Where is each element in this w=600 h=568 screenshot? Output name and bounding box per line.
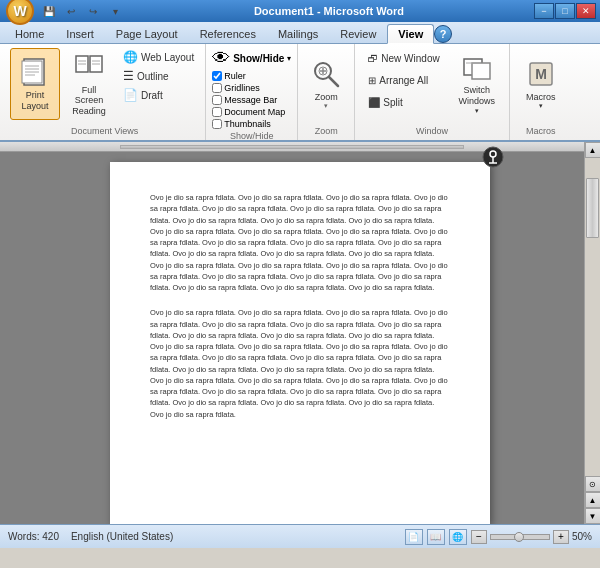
tab-insert[interactable]: Insert [55, 24, 105, 43]
next-page-btn[interactable]: ▼ [585, 508, 601, 524]
zoom-icon [310, 58, 342, 92]
tab-home[interactable]: Home [4, 24, 55, 43]
web-layout-icon: 🌐 [123, 50, 138, 64]
draft-label: Draft [141, 90, 163, 101]
window-title: Document1 - Microsoft Word [124, 5, 534, 17]
thumbnails-check[interactable]: Thumbnails [212, 119, 285, 129]
save-quick-btn[interactable]: 💾 [40, 3, 58, 19]
window-content: 🗗 New Window ⊞ Arrange All ⬛ Split [361, 48, 502, 124]
full-screen-icon [73, 51, 105, 83]
zoom-slider-thumb[interactable] [514, 532, 524, 542]
split-btn[interactable]: ⬛ Split [361, 92, 446, 112]
document-page: Ovo je dio sa rapra fdlata. Ovo jo dio s… [110, 162, 490, 524]
document-views-group: PrintLayout Full ScreenReading [4, 44, 206, 140]
title-bar-left: W 💾 ↩ ↪ ▾ [4, 0, 124, 25]
scroll-thumb[interactable] [586, 178, 599, 238]
split-label: Split [383, 97, 402, 108]
switch-windows-dropdown: ▾ [475, 107, 479, 115]
arrange-all-icon: ⊞ [368, 75, 376, 86]
select-browse-btn[interactable]: ⊙ [585, 476, 601, 492]
document-views-label: Document Views [71, 124, 138, 136]
show-hide-icon: 👁 [212, 48, 230, 69]
redo-quick-btn[interactable]: ↪ [84, 3, 102, 19]
language-status: English (United States) [71, 531, 173, 542]
scroll-up-btn[interactable]: ▲ [585, 142, 601, 158]
word-count: Words: 420 [8, 531, 59, 542]
print-layout-view-btn[interactable]: 📄 [405, 529, 423, 545]
undo-quick-btn[interactable]: ↩ [62, 3, 80, 19]
paragraph-1: Ovo je dio sa rapra fdlata. Ovo jo dio s… [150, 192, 450, 293]
outline-btn[interactable]: ☰ Outline [118, 67, 199, 85]
svg-rect-18 [472, 63, 490, 79]
help-button[interactable]: ? [434, 25, 452, 43]
full-screen-reading-btn[interactable]: Full ScreenReading [64, 48, 114, 120]
zoom-btn[interactable]: Zoom ▾ [304, 48, 348, 120]
tab-mailings[interactable]: Mailings [267, 24, 329, 43]
macros-content: M Macros ▾ [516, 48, 566, 124]
print-layout-btn[interactable]: PrintLayout [10, 48, 60, 120]
status-bar: Words: 420 English (United States) 📄 📖 🌐… [0, 524, 600, 548]
web-layout-label: Web Layout [141, 52, 194, 63]
outline-icon: ☰ [123, 69, 134, 83]
close-btn[interactable]: ✕ [576, 3, 596, 19]
macros-icon: M [525, 58, 557, 90]
arrange-all-btn[interactable]: ⊞ Arrange All [361, 70, 446, 90]
window-group: 🗗 New Window ⊞ Arrange All ⬛ Split [355, 44, 509, 140]
tab-view[interactable]: View [387, 24, 434, 44]
message-bar-check[interactable]: Message Bar [212, 95, 285, 105]
paragraph-2: Ovo jo dio sa rapra fdlata. Ovo jo dio s… [150, 307, 450, 420]
macros-group-label: Macros [526, 124, 556, 136]
tab-review[interactable]: Review [329, 24, 387, 43]
web-layout-btn[interactable]: 🌐 Web Layout [118, 48, 199, 66]
new-window-icon: 🗗 [368, 53, 378, 64]
show-hide-label: Show/Hide [230, 129, 274, 141]
window-controls: − □ ✕ [534, 3, 596, 19]
zoom-content: Zoom ▾ [304, 48, 348, 124]
minimize-btn[interactable]: − [534, 3, 554, 19]
document-anchor [482, 146, 504, 170]
office-logo: W [13, 3, 26, 19]
scroll-bottom-controls: ⊙ ▲ ▼ [585, 476, 601, 524]
vertical-scrollbar[interactable]: ▲ ⊙ ▲ ▼ [584, 142, 600, 524]
print-layout-label: PrintLayout [21, 90, 48, 112]
tab-page-layout[interactable]: Page Layout [105, 24, 189, 43]
scroll-track[interactable] [585, 158, 600, 476]
ribbon-tabs: Home Insert Page Layout References Maili… [0, 22, 600, 44]
zoom-minus-btn[interactable]: − [471, 530, 487, 544]
tab-references[interactable]: References [189, 24, 267, 43]
qa-dropdown-btn[interactable]: ▾ [106, 3, 124, 19]
zoom-plus-btn[interactable]: + [553, 530, 569, 544]
ruler-check[interactable]: Ruler [212, 71, 285, 81]
web-view-btn[interactable]: 🌐 [449, 529, 467, 545]
paragraph-2-text: Ovo jo dio sa rapra fdlata. Ovo jo dio s… [150, 308, 448, 418]
arrange-all-label: Arrange All [379, 75, 428, 86]
window-group-label: Window [416, 124, 448, 136]
zoom-control: − + 50% [471, 530, 592, 544]
document-area: Ovo je dio sa rapra fdlata. Ovo jo dio s… [0, 142, 600, 524]
full-screen-view-btn[interactable]: 📖 [427, 529, 445, 545]
switch-windows-btn[interactable]: SwitchWindows ▾ [451, 48, 503, 120]
show-hide-title: Show/Hide [233, 53, 284, 64]
draft-icon: 📄 [123, 88, 138, 102]
zoom-group: Zoom ▾ Zoom [298, 44, 355, 140]
show-hide-big-btn[interactable]: 👁 Show/Hide ▾ [212, 48, 291, 69]
macros-btn[interactable]: M Macros ▾ [516, 48, 566, 120]
macros-label: Macros [526, 92, 556, 103]
paragraph-1-text: Ovo je dio sa rapra fdlata. Ovo jo dio s… [150, 193, 448, 292]
window-small-btns: 🗗 New Window ⊞ Arrange All ⬛ Split [361, 48, 446, 112]
zoom-group-label: Zoom [315, 124, 338, 136]
svg-line-14 [329, 77, 338, 86]
show-hide-group: 👁 Show/Hide ▾ Ruler Gridlines Message Ba… [206, 44, 298, 140]
document-map-check[interactable]: Document Map [212, 107, 285, 117]
restore-btn[interactable]: □ [555, 3, 575, 19]
zoom-slider[interactable] [490, 534, 550, 540]
zoom-dropdown: ▾ [324, 102, 328, 110]
print-layout-icon [19, 56, 51, 88]
doc-views-small-col: 🌐 Web Layout ☰ Outline 📄 Draft [118, 48, 199, 104]
prev-page-btn[interactable]: ▲ [585, 492, 601, 508]
new-window-btn[interactable]: 🗗 New Window [361, 48, 446, 68]
draft-btn[interactable]: 📄 Draft [118, 86, 199, 104]
gridlines-check[interactable]: Gridlines [212, 83, 285, 93]
zoom-label: Zoom [315, 92, 338, 102]
office-button[interactable]: W [6, 0, 34, 25]
